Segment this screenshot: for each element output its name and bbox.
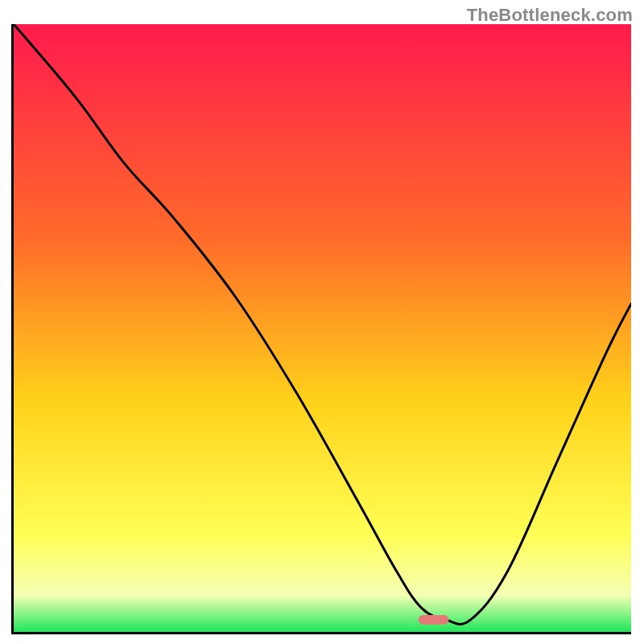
chart-background: [14, 24, 631, 632]
watermark-text: TheBottleneck.com: [467, 5, 633, 26]
chart-svg: [14, 24, 631, 632]
optimal-marker: [419, 615, 449, 625]
chart-container: [11, 24, 631, 634]
